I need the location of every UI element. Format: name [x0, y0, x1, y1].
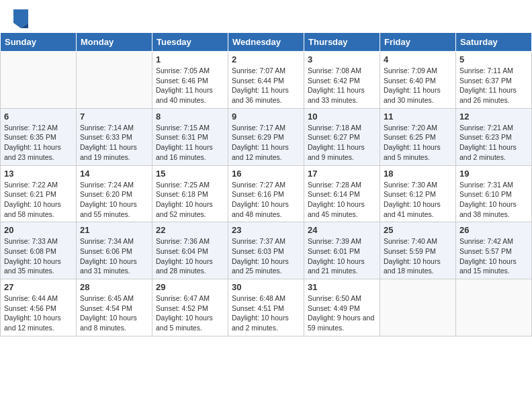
day-number: 5: [459, 54, 528, 64]
calendar-cell: 12Sunrise: 7:21 AMSunset: 6:23 PMDayligh…: [456, 108, 532, 165]
day-number: 23: [232, 225, 300, 235]
day-info: Sunrise: 7:34 AMSunset: 6:06 PMDaylight:…: [80, 236, 148, 276]
day-number: 9: [232, 111, 300, 122]
day-header-tuesday: Tuesday: [152, 33, 228, 52]
day-number: 13: [4, 169, 73, 179]
day-number: 8: [156, 111, 224, 122]
calendar-cell: 13Sunrise: 7:22 AMSunset: 6:21 PMDayligh…: [1, 165, 77, 222]
day-number: 29: [156, 282, 224, 292]
calendar-cell: 15Sunrise: 7:25 AMSunset: 6:18 PMDayligh…: [152, 165, 228, 222]
day-number: 24: [308, 225, 376, 235]
day-number: 12: [459, 111, 528, 122]
day-info: Sunrise: 6:44 AMSunset: 4:56 PMDaylight:…: [4, 293, 73, 333]
calendar-cell: 8Sunrise: 7:15 AMSunset: 6:31 PMDaylight…: [152, 108, 228, 165]
calendar-cell: 20Sunrise: 7:33 AMSunset: 6:08 PMDayligh…: [1, 222, 77, 279]
calendar-cell: [1, 52, 77, 109]
calendar-cell: [456, 279, 532, 336]
calendar-cell: 22Sunrise: 7:36 AMSunset: 6:04 PMDayligh…: [152, 222, 228, 279]
day-info: Sunrise: 7:27 AMSunset: 6:16 PMDaylight:…: [232, 180, 300, 220]
calendar-cell: 21Sunrise: 7:34 AMSunset: 6:06 PMDayligh…: [77, 222, 152, 279]
day-number: 20: [4, 225, 73, 235]
day-info: Sunrise: 7:11 AMSunset: 6:37 PMDaylight:…: [459, 66, 528, 105]
calendar-cell: 26Sunrise: 7:42 AMSunset: 5:57 PMDayligh…: [456, 222, 532, 279]
day-info: Sunrise: 7:31 AMSunset: 6:10 PMDaylight:…: [459, 180, 528, 220]
day-info: Sunrise: 7:17 AMSunset: 6:29 PMDaylight:…: [232, 123, 300, 163]
day-info: Sunrise: 7:30 AMSunset: 6:12 PMDaylight:…: [384, 180, 452, 220]
calendar-cell: 11Sunrise: 7:20 AMSunset: 6:25 PMDayligh…: [380, 108, 456, 165]
day-info: Sunrise: 7:33 AMSunset: 6:08 PMDaylight:…: [4, 236, 73, 276]
day-info: Sunrise: 6:48 AMSunset: 4:51 PMDaylight:…: [232, 293, 300, 333]
day-header-monday: Monday: [77, 33, 152, 52]
day-number: 14: [80, 169, 148, 179]
day-info: Sunrise: 7:42 AMSunset: 5:57 PMDaylight:…: [459, 236, 528, 276]
calendar-cell: 31Sunrise: 6:50 AMSunset: 4:49 PMDayligh…: [304, 279, 380, 336]
calendar-cell: 6Sunrise: 7:12 AMSunset: 6:35 PMDaylight…: [1, 108, 77, 165]
day-header-saturday: Saturday: [456, 33, 532, 52]
calendar-cell: 24Sunrise: 7:39 AMSunset: 6:01 PMDayligh…: [304, 222, 380, 279]
calendar-cell: 30Sunrise: 6:48 AMSunset: 4:51 PMDayligh…: [228, 279, 304, 336]
calendar-cell: 14Sunrise: 7:24 AMSunset: 6:20 PMDayligh…: [77, 165, 152, 222]
calendar-cell: 19Sunrise: 7:31 AMSunset: 6:10 PMDayligh…: [456, 165, 532, 222]
day-number: 15: [156, 169, 224, 179]
day-number: 25: [384, 225, 452, 235]
calendar-week-row: 1Sunrise: 7:05 AMSunset: 6:46 PMDaylight…: [1, 52, 532, 109]
day-header-sunday: Sunday: [1, 33, 77, 52]
calendar-table: SundayMondayTuesdayWednesdayThursdayFrid…: [0, 32, 532, 336]
day-info: Sunrise: 6:47 AMSunset: 4:52 PMDaylight:…: [156, 293, 224, 333]
day-number: 1: [156, 54, 224, 64]
day-info: Sunrise: 7:22 AMSunset: 6:21 PMDaylight:…: [4, 180, 73, 220]
day-info: Sunrise: 6:45 AMSunset: 4:54 PMDaylight:…: [80, 293, 148, 333]
day-info: Sunrise: 7:08 AMSunset: 6:42 PMDaylight:…: [308, 66, 376, 105]
day-number: 27: [4, 282, 73, 292]
calendar-cell: 10Sunrise: 7:18 AMSunset: 6:27 PMDayligh…: [304, 108, 380, 165]
day-info: Sunrise: 7:14 AMSunset: 6:33 PMDaylight:…: [80, 123, 148, 163]
day-info: Sunrise: 7:28 AMSunset: 6:14 PMDaylight:…: [308, 180, 376, 220]
calendar-cell: [380, 279, 456, 336]
day-info: Sunrise: 7:39 AMSunset: 6:01 PMDaylight:…: [308, 236, 376, 276]
day-info: Sunrise: 7:20 AMSunset: 6:25 PMDaylight:…: [384, 123, 452, 163]
calendar-cell: 25Sunrise: 7:40 AMSunset: 5:59 PMDayligh…: [380, 222, 456, 279]
day-number: 22: [156, 225, 224, 235]
day-number: 19: [459, 169, 528, 179]
calendar-cell: 17Sunrise: 7:28 AMSunset: 6:14 PMDayligh…: [304, 165, 380, 222]
page-header: [0, 0, 532, 32]
day-number: 26: [459, 225, 528, 235]
day-info: Sunrise: 7:40 AMSunset: 5:59 PMDaylight:…: [384, 236, 452, 276]
day-number: 28: [80, 282, 148, 292]
day-number: 2: [232, 54, 300, 64]
day-number: 3: [308, 54, 376, 64]
day-number: 30: [232, 282, 300, 292]
calendar-week-row: 27Sunrise: 6:44 AMSunset: 4:56 PMDayligh…: [1, 279, 532, 336]
logo: [13, 9, 30, 28]
calendar-cell: 5Sunrise: 7:11 AMSunset: 6:37 PMDaylight…: [456, 52, 532, 109]
day-info: Sunrise: 7:24 AMSunset: 6:20 PMDaylight:…: [80, 180, 148, 220]
day-header-friday: Friday: [380, 33, 456, 52]
day-header-wednesday: Wednesday: [228, 33, 304, 52]
calendar-cell: 4Sunrise: 7:09 AMSunset: 6:40 PMDaylight…: [380, 52, 456, 109]
day-info: Sunrise: 7:18 AMSunset: 6:27 PMDaylight:…: [308, 123, 376, 163]
day-header-thursday: Thursday: [304, 33, 380, 52]
day-info: Sunrise: 6:50 AMSunset: 4:49 PMDaylight:…: [308, 293, 376, 333]
calendar-cell: 16Sunrise: 7:27 AMSunset: 6:16 PMDayligh…: [228, 165, 304, 222]
day-number: 11: [384, 111, 452, 122]
calendar-cell: 27Sunrise: 6:44 AMSunset: 4:56 PMDayligh…: [1, 279, 77, 336]
calendar-cell: 18Sunrise: 7:30 AMSunset: 6:12 PMDayligh…: [380, 165, 456, 222]
calendar-week-row: 20Sunrise: 7:33 AMSunset: 6:08 PMDayligh…: [1, 222, 532, 279]
day-info: Sunrise: 7:05 AMSunset: 6:46 PMDaylight:…: [156, 66, 224, 105]
calendar-cell: 3Sunrise: 7:08 AMSunset: 6:42 PMDaylight…: [304, 52, 380, 109]
day-number: 17: [308, 169, 376, 179]
calendar-week-row: 13Sunrise: 7:22 AMSunset: 6:21 PMDayligh…: [1, 165, 532, 222]
calendar-cell: 28Sunrise: 6:45 AMSunset: 4:54 PMDayligh…: [77, 279, 152, 336]
day-number: 6: [4, 111, 73, 122]
calendar-cell: 23Sunrise: 7:37 AMSunset: 6:03 PMDayligh…: [228, 222, 304, 279]
day-number: 18: [384, 169, 452, 179]
day-info: Sunrise: 7:25 AMSunset: 6:18 PMDaylight:…: [156, 180, 224, 220]
calendar-cell: 1Sunrise: 7:05 AMSunset: 6:46 PMDaylight…: [152, 52, 228, 109]
day-info: Sunrise: 7:12 AMSunset: 6:35 PMDaylight:…: [4, 123, 73, 163]
calendar-cell: 2Sunrise: 7:07 AMSunset: 6:44 PMDaylight…: [228, 52, 304, 109]
calendar-cell: [77, 52, 152, 109]
day-info: Sunrise: 7:36 AMSunset: 6:04 PMDaylight:…: [156, 236, 224, 276]
calendar-header-row: SundayMondayTuesdayWednesdayThursdayFrid…: [1, 33, 532, 52]
calendar-cell: 29Sunrise: 6:47 AMSunset: 4:52 PMDayligh…: [152, 279, 228, 336]
day-info: Sunrise: 7:09 AMSunset: 6:40 PMDaylight:…: [384, 66, 452, 105]
